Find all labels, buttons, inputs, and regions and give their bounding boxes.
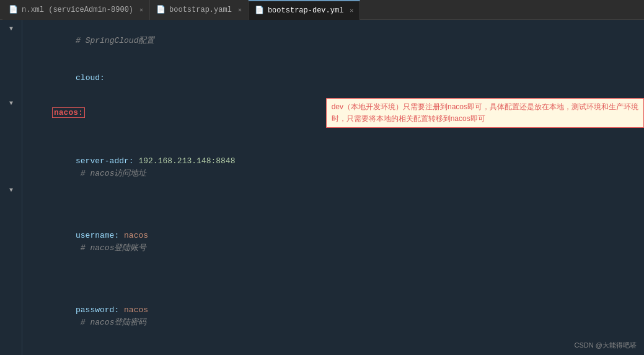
- comment-springcloud: # SpringCloud配置: [66, 36, 154, 45]
- fold-arrow-7[interactable]: ▼: [0, 97, 22, 109]
- tab-xml[interactable]: 📄 n.xml (serviceAdmin-8900) ✕: [2, 0, 150, 20]
- code-content: # SpringCloud配置 cloud: nacos:: [22, 20, 644, 355]
- code-line-username: username: nacos # nacos登陆账号: [27, 205, 644, 279]
- tab-xml-label: n.xml (serviceAdmin-8900): [22, 6, 133, 14]
- watermark: CSDN @大能得吧嗒: [575, 341, 637, 350]
- fold-arrow-11: [0, 146, 22, 159]
- tab-bootstrap-dev[interactable]: 📄 bootstrap-dev.yml ✕: [249, 0, 360, 20]
- fold-arrow-16: [0, 209, 22, 221]
- code-line-2: cloud:: [27, 60, 644, 97]
- boxed-nacos: nacos:: [52, 107, 85, 118]
- tab-bootstrap-dev-label: bootstrap-dev.yml: [268, 6, 343, 15]
- fold-arrow-12: [0, 159, 22, 171]
- val-password: nacos: [124, 305, 148, 315]
- annotation-line1: dev（本地开发环境）只需要注册到nacos即可，具体配置还是放在本地，测试环境…: [332, 102, 638, 111]
- code-line-password: password: nacos # nacos登陆密码: [27, 279, 644, 354]
- fold-arrow-1[interactable]: ▼: [0, 22, 22, 35]
- fold-arrow-13: [0, 171, 22, 184]
- fold-arrow-17: [0, 221, 22, 233]
- tab-bootstrap-dev-close[interactable]: ✕: [350, 7, 353, 14]
- tab-bootstrap-label: bootstrap.yaml: [169, 6, 232, 14]
- annotation-line2: 时，只需要将本地的相关配置转移到nacos即可: [332, 114, 485, 123]
- val-server-addr: 192.168.213.148:8848: [138, 156, 235, 166]
- fold-arrow-10: [0, 134, 22, 146]
- comment-username: # nacos登陆账号: [76, 243, 146, 253]
- comment-server-addr: # nacos访问地址: [76, 169, 146, 178]
- key-server-addr: server-addr:: [76, 156, 138, 166]
- annotation-nacos: dev（本地开发环境）只需要注册到nacos即可，具体配置还是放在本地，测试环境…: [326, 98, 644, 128]
- yaml-icon-2: 📄: [255, 6, 264, 15]
- key-cloud: cloud:: [66, 73, 104, 83]
- comment-password: # nacos登陆密码: [76, 318, 146, 327]
- fold-arrow-3: [0, 47, 22, 60]
- fold-arrow-6: [0, 84, 22, 97]
- tab-bar: 📄 n.xml (serviceAdmin-8900) ✕ 📄 bootstra…: [0, 0, 644, 20]
- tab-bootstrap-yaml[interactable]: 📄 bootstrap.yaml ✕: [150, 0, 249, 20]
- code-line-1: # SpringCloud配置: [27, 22, 644, 60]
- tab-xml-close[interactable]: ✕: [139, 6, 143, 14]
- fold-arrow-4: [0, 60, 22, 72]
- tab-bootstrap-close[interactable]: ✕: [238, 6, 242, 14]
- key-username: username:: [76, 231, 124, 240]
- val-username: nacos: [124, 231, 148, 240]
- yaml-icon-1: 📄: [156, 5, 165, 14]
- fold-arrow-8: [0, 109, 22, 122]
- gutter: ▼ ▼ ▼: [0, 20, 22, 355]
- fold-arrow-9: [0, 122, 22, 134]
- fold-arrow-5: [0, 72, 22, 84]
- editor-container: ▼ ▼ ▼ # SpringCloud配置 cloud:: [0, 20, 644, 355]
- fold-arrow-14[interactable]: ▼: [0, 184, 22, 196]
- key-password: password:: [76, 305, 124, 315]
- xml-icon: 📄: [9, 5, 18, 14]
- code-line-server-addr: server-addr: 192.168.213.148:8848 # naco…: [27, 130, 644, 205]
- fold-arrow-15: [0, 196, 22, 209]
- fold-arrow-2: [0, 35, 22, 47]
